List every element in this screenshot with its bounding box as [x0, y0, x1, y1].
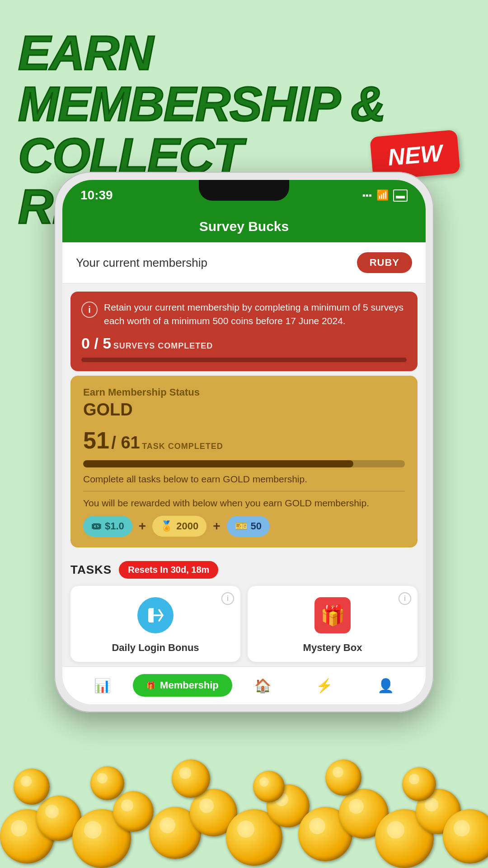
resets-badge: Resets In 30d, 18m: [119, 561, 218, 579]
plus-1: +: [139, 519, 146, 533]
membership-label: Your current membership: [76, 256, 207, 270]
nav-item-bolt[interactable]: ⚡: [294, 678, 355, 693]
tasks-section: TASKS Resets In 30d, 18m i: [62, 552, 426, 666]
nav-item-chart[interactable]: 📊: [71, 678, 133, 693]
task-info-icon-login[interactable]: i: [221, 592, 234, 605]
ticket-value: 50: [251, 520, 262, 532]
membership-bar: Your current membership RUBY: [62, 242, 426, 283]
task-name-login: Daily Login Bonus: [112, 642, 199, 654]
reward-chip-tickets: 🎫 50: [227, 516, 270, 537]
app-header: Survey Bucks: [62, 211, 426, 242]
profile-icon: 👤: [377, 678, 394, 693]
gold-tier-label: GOLD: [83, 400, 405, 420]
nav-item-membership[interactable]: 🎁 Membership: [133, 674, 232, 697]
cash-value: $1.0: [105, 520, 124, 532]
bottom-nav: 📊 🎁 Membership 🏠 ⚡: [62, 666, 426, 704]
task-card-login[interactable]: i Daily Login Bonus: [70, 586, 240, 662]
app-title: Survey Bucks: [199, 219, 289, 234]
app-content: Your current membership RUBY i Retain yo…: [62, 242, 426, 704]
gold-card: Earn Membership Status GOLD 51 / 61 TASK…: [70, 376, 418, 547]
login-icon: [137, 597, 174, 633]
mystery-icon: 🎁: [314, 597, 351, 633]
info-box-header: i Retain your current membership by comp…: [81, 301, 407, 328]
battery-icon: ▬: [393, 189, 408, 202]
tasks-title: TASKS: [70, 563, 112, 577]
phone-screen: 10:39 ▪▪▪ 📶 ▬ Survey Bucks Your current …: [62, 180, 426, 704]
task-name-mystery: Mystery Box: [303, 642, 362, 654]
coin-value: 2000: [176, 520, 198, 532]
cash-icon: 🎟: [91, 520, 101, 532]
plus-2: +: [213, 519, 220, 533]
gold-progress-fill: [83, 460, 353, 467]
nav-item-profile[interactable]: 👤: [355, 678, 417, 693]
rewards-row: 🎟 $1.0 + 🏅 2000 + 🎫 50: [83, 516, 405, 537]
chart-icon: 📊: [94, 678, 111, 693]
tasks-grid: i Daily Login Bonus: [70, 586, 418, 662]
surveys-label: SURVEYS COMPLETED: [113, 341, 213, 350]
status-icons: ▪▪▪ 📶 ▬: [362, 189, 408, 202]
surveys-count: 0 / 5: [81, 335, 111, 352]
phone-frame: 10:39 ▪▪▪ 📶 ▬ Survey Bucks Your current …: [54, 172, 434, 712]
bolt-icon: ⚡: [316, 678, 333, 693]
gold-progress-bg: [83, 460, 405, 467]
task-label: TASK COMPLETED: [142, 442, 223, 451]
task-icon-wrapper-mystery: 🎁: [312, 595, 353, 636]
info-box: i Retain your current membership by comp…: [70, 292, 418, 371]
gold-reward-text: You will be rewarded with below when you…: [83, 498, 405, 509]
membership-nav-label: Membership: [160, 679, 219, 691]
surveys-progress-bg: [81, 358, 407, 362]
task-icon-wrapper-login: [135, 595, 176, 636]
gold-card-title: Earn Membership Status: [83, 387, 405, 398]
gold-description: Complete all tasks below to earn GOLD me…: [83, 474, 405, 485]
coin-icon: 🏅: [160, 520, 173, 532]
task-total: / 61: [111, 433, 140, 452]
info-text: Retain your current membership by comple…: [104, 301, 407, 328]
phone-wrapper: 10:39 ▪▪▪ 📶 ▬ Survey Bucks Your current …: [54, 172, 434, 712]
task-current: 51: [83, 427, 109, 453]
reward-chip-cash: 🎟 $1.0: [83, 516, 132, 537]
tasks-header: TASKS Resets In 30d, 18m: [70, 561, 418, 579]
task-info-icon-mystery[interactable]: i: [399, 592, 411, 605]
home-icon: 🏠: [254, 678, 271, 693]
notch: [199, 180, 289, 201]
gold-divider: [83, 491, 405, 491]
status-time: 10:39: [80, 188, 113, 203]
status-bar: 10:39 ▪▪▪ 📶 ▬: [62, 180, 426, 211]
ruby-badge: RUBY: [357, 252, 412, 273]
membership-nav-button[interactable]: 🎁 Membership: [133, 674, 232, 697]
signal-icon: ▪▪▪: [362, 190, 372, 201]
wifi-icon: 📶: [376, 189, 389, 201]
info-icon: i: [81, 302, 98, 318]
membership-nav-icon: 🎁: [146, 681, 155, 690]
ticket-icon: 🎫: [235, 520, 247, 532]
reward-chip-coins: 🏅 2000: [152, 516, 206, 537]
task-count-row: 51 / 61 TASK COMPLETED: [83, 427, 405, 454]
nav-item-home[interactable]: 🏠: [232, 678, 294, 693]
task-card-mystery[interactable]: i 🎁 Mystery Box: [248, 586, 418, 662]
